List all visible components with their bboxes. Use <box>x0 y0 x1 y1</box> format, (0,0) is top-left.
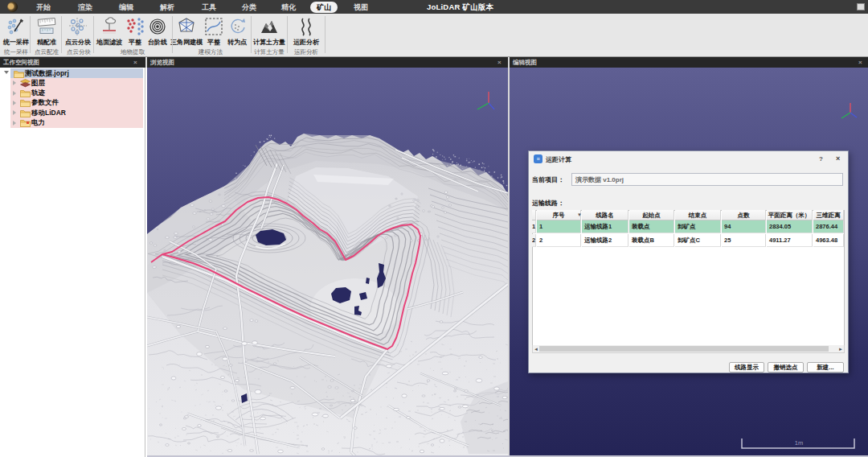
svg-text:1m: 1m <box>795 439 803 447</box>
